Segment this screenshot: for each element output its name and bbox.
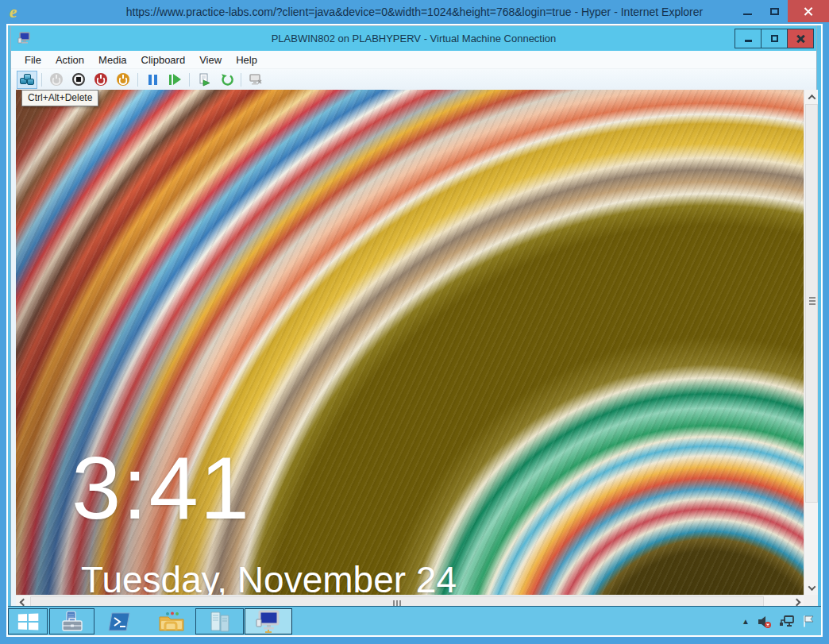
power-icon bbox=[117, 73, 129, 86]
taskbar-hyperv-manager[interactable] bbox=[195, 608, 244, 634]
thumb-grip-icon bbox=[809, 300, 816, 302]
vm-close-button[interactable] bbox=[787, 29, 814, 48]
stop-icon bbox=[72, 73, 85, 86]
action-center-flag-icon[interactable] bbox=[802, 615, 815, 628]
ie-window-controls bbox=[734, 0, 829, 22]
revert-button[interactable] bbox=[216, 71, 237, 89]
revert-arrow-icon bbox=[220, 73, 233, 87]
vm-screen[interactable]: 3:41 Tuesday, November 24 bbox=[16, 90, 804, 595]
system-tray: ▲ bbox=[742, 607, 815, 636]
maximize-icon bbox=[771, 35, 778, 42]
taskbar: ▲ bbox=[8, 606, 821, 635]
lock-screen-date: Tuesday, November 24 bbox=[81, 558, 457, 595]
enhanced-session-button[interactable] bbox=[245, 71, 266, 89]
ie-close-button[interactable] bbox=[788, 0, 829, 22]
lock-screen-time: 3:41 bbox=[71, 444, 251, 533]
checkpoint-icon bbox=[198, 73, 211, 87]
minimize-icon bbox=[745, 40, 752, 42]
server-manager-icon bbox=[60, 611, 85, 633]
resume-button[interactable] bbox=[164, 71, 185, 89]
vertical-scrollbar[interactable] bbox=[804, 90, 818, 595]
network-icon[interactable] bbox=[779, 615, 795, 628]
power-icon bbox=[50, 73, 63, 86]
powershell-icon bbox=[107, 612, 131, 631]
close-icon bbox=[796, 34, 805, 44]
minimize-icon bbox=[743, 13, 752, 15]
vm-maximize-button[interactable] bbox=[761, 29, 788, 48]
checkpoint-button[interactable] bbox=[194, 71, 214, 89]
taskbar-powershell[interactable] bbox=[103, 608, 135, 634]
tooltip: Ctrl+Alt+Delete bbox=[21, 90, 98, 106]
save-state-button[interactable] bbox=[113, 71, 133, 89]
ie-titlebar: e https://www.practice-labs.com/?client=… bbox=[0, 0, 829, 24]
screen: e https://www.practice-labs.com/?client=… bbox=[0, 0, 829, 644]
volume-muted-icon[interactable] bbox=[757, 615, 772, 629]
hyperv-manager-icon bbox=[207, 611, 233, 633]
chevron-up-icon bbox=[808, 94, 816, 102]
turn-off-button[interactable] bbox=[68, 71, 89, 89]
close-icon bbox=[804, 6, 813, 16]
menu-file[interactable]: File bbox=[17, 52, 48, 68]
menu-media[interactable]: Media bbox=[91, 52, 133, 68]
taskbar-file-explorer[interactable] bbox=[154, 608, 189, 634]
ie-maximize-button[interactable] bbox=[761, 0, 788, 22]
ie-title: https://www.practice-labs.com/?client=ja… bbox=[0, 6, 829, 18]
start-vm-button[interactable] bbox=[46, 71, 67, 89]
vm-title: PLABWIN802 on PLABHYPERV - Virtual Machi… bbox=[11, 33, 816, 44]
taskbar-server-manager[interactable] bbox=[49, 608, 94, 634]
pause-icon bbox=[148, 75, 157, 85]
ie-minimize-button[interactable] bbox=[734, 0, 761, 22]
scroll-up-button[interactable] bbox=[804, 90, 819, 104]
ctrl-alt-delete-button[interactable] bbox=[17, 71, 37, 89]
vm-minimize-button[interactable] bbox=[735, 29, 762, 48]
power-icon bbox=[94, 73, 107, 86]
vm-connection-icon bbox=[255, 610, 282, 634]
taskbar-vm-connection[interactable] bbox=[245, 608, 292, 634]
show-hidden-icons-button[interactable]: ▲ bbox=[742, 617, 750, 626]
play-icon bbox=[169, 74, 181, 85]
vm-titlebar: PLABWIN802 on PLABHYPERV - Virtual Machi… bbox=[11, 26, 816, 51]
chevron-down-icon bbox=[808, 583, 816, 591]
menu-clipboard[interactable]: Clipboard bbox=[134, 52, 193, 68]
vm-connection-window: PLABWIN802 on PLABHYPERV - Virtual Machi… bbox=[10, 25, 817, 607]
vm-menubar: File Action Media Clipboard View Help bbox=[11, 51, 816, 69]
menu-help[interactable]: Help bbox=[229, 52, 264, 68]
maximize-icon bbox=[770, 8, 779, 15]
vm-toolbar bbox=[11, 69, 816, 90]
shut-down-button[interactable] bbox=[91, 71, 111, 89]
chevron-right-icon bbox=[792, 598, 800, 606]
start-button[interactable] bbox=[8, 608, 48, 634]
scroll-down-button[interactable] bbox=[804, 580, 819, 595]
menu-action[interactable]: Action bbox=[48, 52, 91, 68]
windows-logo-icon bbox=[18, 613, 38, 630]
keyboard-keys-icon bbox=[20, 74, 35, 86]
remote-desktop: PLABWIN802 on PLABHYPERV - Virtual Machi… bbox=[6, 24, 823, 637]
enhanced-session-icon bbox=[249, 73, 263, 86]
folder-icon bbox=[157, 611, 186, 633]
vm-window-controls bbox=[735, 29, 814, 48]
chevron-left-icon bbox=[19, 598, 27, 606]
pause-button[interactable] bbox=[142, 71, 163, 89]
vertical-scroll-thumb[interactable] bbox=[805, 104, 818, 503]
menu-view[interactable]: View bbox=[192, 52, 229, 68]
